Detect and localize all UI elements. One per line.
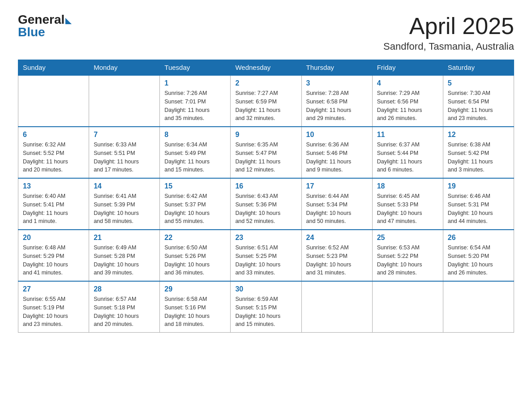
day-info: Sunrise: 6:36 AMSunset: 5:46 PMDaylight:…: [306, 141, 368, 174]
day-cell: 27Sunrise: 6:55 AMSunset: 5:19 PMDayligh…: [18, 281, 89, 333]
day-info: Sunrise: 6:38 AMSunset: 5:42 PMDaylight:…: [448, 141, 509, 174]
day-cell: 1Sunrise: 7:26 AMSunset: 7:01 PMDaylight…: [160, 75, 231, 127]
day-number: 26: [448, 234, 509, 242]
day-info: Sunrise: 6:44 AMSunset: 5:34 PMDaylight:…: [306, 192, 368, 226]
day-cell: 16Sunrise: 6:43 AMSunset: 5:36 PMDayligh…: [231, 178, 301, 230]
week-row-5: 27Sunrise: 6:55 AMSunset: 5:19 PMDayligh…: [18, 281, 514, 333]
day-cell: 29Sunrise: 6:58 AMSunset: 5:16 PMDayligh…: [160, 281, 231, 333]
logo-arrow-icon: [65, 18, 72, 24]
day-number: 27: [23, 285, 84, 293]
day-cell: 19Sunrise: 6:46 AMSunset: 5:31 PMDayligh…: [443, 178, 514, 230]
day-cell: 2Sunrise: 7:27 AMSunset: 6:59 PMDaylight…: [231, 75, 301, 127]
header-row: SundayMondayTuesdayWednesdayThursdayFrid…: [18, 60, 514, 76]
day-cell: 25Sunrise: 6:53 AMSunset: 5:22 PMDayligh…: [372, 230, 443, 281]
day-cell: [89, 75, 160, 127]
day-info: Sunrise: 6:59 AMSunset: 5:15 PMDaylight:…: [235, 295, 296, 329]
logo-general: General: [18, 13, 64, 26]
day-info: Sunrise: 6:41 AMSunset: 5:39 PMDaylight:…: [94, 192, 155, 226]
day-cell: 24Sunrise: 6:52 AMSunset: 5:23 PMDayligh…: [301, 230, 372, 281]
day-info: Sunrise: 6:49 AMSunset: 5:28 PMDaylight:…: [94, 244, 155, 277]
day-info: Sunrise: 7:30 AMSunset: 6:54 PMDaylight:…: [448, 89, 509, 123]
week-row-4: 20Sunrise: 6:48 AMSunset: 5:29 PMDayligh…: [18, 230, 514, 281]
calendar-table: SundayMondayTuesdayWednesdayThursdayFrid…: [18, 60, 514, 333]
day-number: 14: [94, 182, 155, 190]
day-info: Sunrise: 6:32 AMSunset: 5:52 PMDaylight:…: [23, 141, 84, 174]
logo: General Blue: [18, 13, 72, 39]
day-info: Sunrise: 6:46 AMSunset: 5:31 PMDaylight:…: [448, 192, 509, 226]
day-info: Sunrise: 6:45 AMSunset: 5:33 PMDaylight:…: [377, 192, 438, 226]
day-number: 4: [377, 79, 438, 87]
col-header-wednesday: Wednesday: [231, 60, 301, 76]
day-info: Sunrise: 6:37 AMSunset: 5:44 PMDaylight:…: [377, 141, 438, 174]
day-cell: [372, 281, 443, 333]
day-number: 9: [235, 131, 296, 139]
day-info: Sunrise: 6:33 AMSunset: 5:51 PMDaylight:…: [94, 141, 155, 174]
day-info: Sunrise: 6:54 AMSunset: 5:20 PMDaylight:…: [448, 244, 509, 277]
title-block: April 2025 Sandford, Tasmania, Australia: [383, 13, 514, 52]
day-cell: 23Sunrise: 6:51 AMSunset: 5:25 PMDayligh…: [231, 230, 301, 281]
day-info: Sunrise: 6:55 AMSunset: 5:19 PMDaylight:…: [23, 295, 84, 329]
day-cell: 8Sunrise: 6:34 AMSunset: 5:49 PMDaylight…: [160, 127, 231, 178]
day-info: Sunrise: 7:27 AMSunset: 6:59 PMDaylight:…: [235, 89, 296, 123]
day-info: Sunrise: 6:51 AMSunset: 5:25 PMDaylight:…: [235, 244, 296, 277]
day-info: Sunrise: 6:58 AMSunset: 5:16 PMDaylight:…: [164, 295, 226, 329]
day-number: 21: [94, 234, 155, 242]
day-number: 24: [306, 234, 368, 242]
day-cell: 15Sunrise: 6:42 AMSunset: 5:37 PMDayligh…: [160, 178, 231, 230]
day-number: 12: [448, 131, 509, 139]
day-cell: [443, 281, 514, 333]
col-header-thursday: Thursday: [301, 60, 372, 76]
page-header: General Blue April 2025 Sandford, Tasman…: [18, 13, 514, 52]
day-number: 3: [306, 79, 368, 87]
day-number: 20: [23, 234, 84, 242]
day-cell: 9Sunrise: 6:35 AMSunset: 5:47 PMDaylight…: [231, 127, 301, 178]
col-header-friday: Friday: [372, 60, 443, 76]
day-number: 22: [164, 234, 226, 242]
day-number: 11: [377, 131, 438, 139]
week-row-1: 1Sunrise: 7:26 AMSunset: 7:01 PMDaylight…: [18, 75, 514, 127]
day-info: Sunrise: 6:48 AMSunset: 5:29 PMDaylight:…: [23, 244, 84, 277]
day-number: 28: [94, 285, 155, 293]
day-number: 13: [23, 182, 84, 190]
day-cell: 14Sunrise: 6:41 AMSunset: 5:39 PMDayligh…: [89, 178, 160, 230]
day-number: 15: [164, 182, 226, 190]
day-number: 7: [94, 131, 155, 139]
month-year-title: April 2025: [383, 13, 514, 39]
day-info: Sunrise: 6:52 AMSunset: 5:23 PMDaylight:…: [306, 244, 368, 277]
day-number: 10: [306, 131, 368, 139]
logo-blue: Blue: [18, 26, 45, 39]
day-number: 30: [235, 285, 296, 293]
day-info: Sunrise: 6:53 AMSunset: 5:22 PMDaylight:…: [377, 244, 438, 277]
day-info: Sunrise: 6:40 AMSunset: 5:41 PMDaylight:…: [23, 192, 84, 226]
day-number: 17: [306, 182, 368, 190]
day-cell: 28Sunrise: 6:57 AMSunset: 5:18 PMDayligh…: [89, 281, 160, 333]
day-cell: 26Sunrise: 6:54 AMSunset: 5:20 PMDayligh…: [443, 230, 514, 281]
day-cell: 18Sunrise: 6:45 AMSunset: 5:33 PMDayligh…: [372, 178, 443, 230]
day-cell: 30Sunrise: 6:59 AMSunset: 5:15 PMDayligh…: [231, 281, 301, 333]
day-info: Sunrise: 7:26 AMSunset: 7:01 PMDaylight:…: [164, 89, 226, 123]
day-cell: [301, 281, 372, 333]
day-info: Sunrise: 6:50 AMSunset: 5:26 PMDaylight:…: [164, 244, 226, 277]
day-cell: 21Sunrise: 6:49 AMSunset: 5:28 PMDayligh…: [89, 230, 160, 281]
day-cell: 20Sunrise: 6:48 AMSunset: 5:29 PMDayligh…: [18, 230, 89, 281]
day-cell: 4Sunrise: 7:29 AMSunset: 6:56 PMDaylight…: [372, 75, 443, 127]
day-info: Sunrise: 7:28 AMSunset: 6:58 PMDaylight:…: [306, 89, 368, 123]
day-cell: 10Sunrise: 6:36 AMSunset: 5:46 PMDayligh…: [301, 127, 372, 178]
day-number: 29: [164, 285, 226, 293]
day-info: Sunrise: 6:57 AMSunset: 5:18 PMDaylight:…: [94, 295, 155, 329]
day-number: 2: [235, 79, 296, 87]
day-cell: [18, 75, 89, 127]
day-cell: 12Sunrise: 6:38 AMSunset: 5:42 PMDayligh…: [443, 127, 514, 178]
col-header-monday: Monday: [89, 60, 160, 76]
day-number: 8: [164, 131, 226, 139]
day-cell: 17Sunrise: 6:44 AMSunset: 5:34 PMDayligh…: [301, 178, 372, 230]
day-info: Sunrise: 6:43 AMSunset: 5:36 PMDaylight:…: [235, 192, 296, 226]
day-number: 6: [23, 131, 84, 139]
day-cell: 3Sunrise: 7:28 AMSunset: 6:58 PMDaylight…: [301, 75, 372, 127]
day-number: 16: [235, 182, 296, 190]
day-info: Sunrise: 6:42 AMSunset: 5:37 PMDaylight:…: [164, 192, 226, 226]
day-number: 5: [448, 79, 509, 87]
week-row-2: 6Sunrise: 6:32 AMSunset: 5:52 PMDaylight…: [18, 127, 514, 178]
col-header-sunday: Sunday: [18, 60, 89, 76]
day-cell: 11Sunrise: 6:37 AMSunset: 5:44 PMDayligh…: [372, 127, 443, 178]
